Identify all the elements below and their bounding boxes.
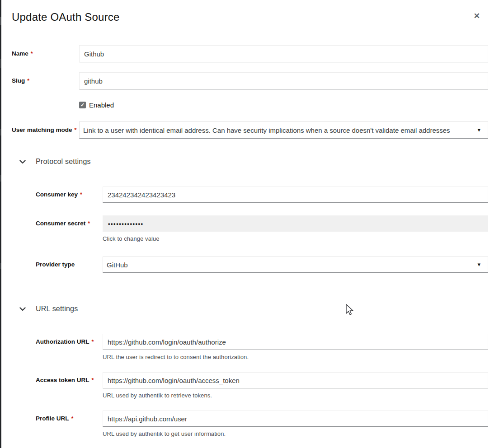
name-field-row: Name*: [12, 45, 488, 62]
caret-down-icon: ▾: [477, 127, 480, 133]
authorization-url-field: URL the user is redirect to to consent t…: [103, 334, 488, 360]
user-matching-mode-row: User matching mode* Link to a user with …: [12, 121, 488, 139]
consumer-secret-input[interactable]: [103, 215, 488, 232]
protocol-settings-body: Consumer key* Consumer secret* Click to …: [36, 187, 488, 273]
profile-url-field: URL used by authentik to get user inform…: [103, 411, 488, 437]
consumer-secret-row: Consumer secret* Click to change value: [36, 215, 488, 242]
caret-down-icon: ▾: [477, 261, 480, 267]
access-token-url-helper: URL used by authentik to retrieve tokens…: [103, 392, 488, 399]
user-matching-mode-value: Link to a user with identical email addr…: [83, 126, 450, 134]
name-input[interactable]: [79, 45, 488, 62]
required-asterisk: *: [91, 339, 94, 345]
provider-type-select[interactable]: GitHub ▾: [103, 257, 488, 273]
consumer-secret-helper: Click to change value: [103, 235, 488, 242]
required-asterisk: *: [27, 78, 29, 84]
consumer-key-input[interactable]: [103, 187, 488, 203]
profile-url-label: Profile URL*: [36, 411, 103, 427]
profile-url-helper: URL used by authentik to get user inform…: [103, 430, 488, 437]
consumer-secret-field: Click to change value: [103, 215, 488, 242]
url-settings-body: Authorization URL* URL the user is redir…: [36, 334, 488, 437]
chevron-down-icon: [19, 307, 27, 311]
slug-field-row: Slug*: [12, 72, 488, 89]
required-asterisk: *: [88, 220, 90, 227]
name-label: Name*: [12, 45, 79, 62]
required-asterisk: *: [92, 377, 94, 383]
user-matching-mode-label: User matching mode*: [12, 121, 79, 139]
close-icon[interactable]: ✕: [472, 12, 482, 21]
oauth-source-form: Name* Slug* ✓ Enabled User matching mode…: [12, 45, 488, 437]
profile-url-row: Profile URL* URL used by authentik to ge…: [36, 411, 488, 437]
update-oauth-source-modal: Update OAuth Source ✕ Name* Slug* ✓ Enab…: [0, 0, 499, 437]
user-matching-mode-select[interactable]: Link to a user with identical email addr…: [79, 121, 488, 139]
consumer-key-row: Consumer key*: [36, 187, 488, 203]
enabled-label: Enabled: [89, 101, 114, 109]
page-title: Update OAuth Source: [12, 11, 120, 23]
access-token-url-row: Access token URL* URL used by authentik …: [36, 372, 488, 399]
modal-header: Update OAuth Source ✕: [12, 11, 488, 23]
slug-label: Slug*: [12, 72, 79, 89]
url-settings-section: URL settings Authorization URL* URL the …: [12, 305, 488, 437]
consumer-secret-label: Consumer secret*: [36, 215, 103, 232]
enabled-checkbox[interactable]: ✓: [79, 102, 86, 108]
protocol-settings-section: Protocol settings Consumer key* Consumer…: [12, 158, 488, 273]
enabled-field-row: ✓ Enabled: [79, 101, 488, 109]
profile-url-input[interactable]: [103, 411, 488, 427]
access-token-url-input[interactable]: [103, 372, 488, 388]
access-token-url-field: URL used by authentik to retrieve tokens…: [103, 372, 488, 399]
consumer-key-label: Consumer key*: [36, 187, 103, 203]
slug-input[interactable]: [79, 72, 488, 89]
provider-type-row: Provider type GitHub ▾: [36, 257, 488, 273]
required-asterisk: *: [31, 51, 33, 57]
url-settings-toggle[interactable]: URL settings: [19, 305, 488, 313]
access-token-url-label: Access token URL*: [36, 372, 103, 388]
authorization-url-label: Authorization URL*: [36, 334, 103, 350]
provider-type-label: Provider type: [36, 257, 103, 273]
required-asterisk: *: [71, 415, 74, 422]
authorization-url-row: Authorization URL* URL the user is redir…: [36, 334, 488, 360]
chevron-down-icon: [19, 160, 27, 164]
protocol-settings-title: Protocol settings: [36, 158, 91, 166]
provider-type-value: GitHub: [107, 261, 128, 269]
protocol-settings-toggle[interactable]: Protocol settings: [19, 158, 488, 166]
required-asterisk: *: [75, 127, 77, 133]
url-settings-title: URL settings: [36, 305, 78, 313]
authorization-url-helper: URL the user is redirect to to consent t…: [103, 354, 488, 360]
authorization-url-input[interactable]: [103, 334, 488, 350]
required-asterisk: *: [80, 191, 82, 198]
